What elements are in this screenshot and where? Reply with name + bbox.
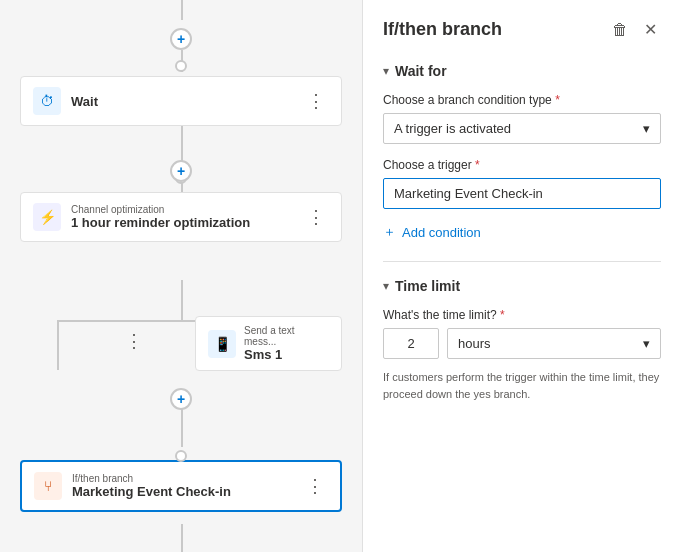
add-step-button-3[interactable]: + [170, 388, 192, 410]
trigger-input[interactable] [383, 178, 661, 209]
panel-title: If/then branch [383, 19, 502, 40]
connector-line [181, 280, 183, 320]
branch-condition-value: A trigger is activated [394, 121, 511, 136]
sms-icon: 📱 [208, 330, 236, 358]
wait-for-chevron: ▾ [383, 64, 389, 78]
time-limit-question-label: What's the time limit? * [383, 308, 661, 322]
time-limit-required-marker: * [500, 308, 505, 322]
wait-card[interactable]: ⏱ Wait ⋮ [20, 76, 342, 126]
time-limit-help-text: If customers perform the trigger within … [383, 369, 661, 402]
workflow-canvas: + + + ⏱ Wait ⋮ ⚡ Channel optimization 1 … [0, 0, 362, 552]
branch-card-content: If/then branch Marketing Event Check-in [72, 473, 292, 499]
delete-button[interactable]: 🗑 [608, 17, 632, 43]
channel-card-title: 1 hour reminder optimization [71, 215, 293, 230]
channel-card-more-button[interactable]: ⋮ [303, 206, 329, 228]
wait-card-title: Wait [71, 94, 293, 109]
branch-condition-label: Choose a branch condition type * [383, 93, 661, 107]
time-number-input[interactable] [383, 328, 439, 359]
add-step-button-1[interactable]: + [170, 28, 192, 50]
panel-header: If/then branch 🗑 ✕ [383, 16, 661, 43]
trigger-label: Choose a trigger * [383, 158, 661, 172]
channel-card-label: Channel optimization [71, 204, 293, 215]
add-condition-plus-icon: ＋ [383, 223, 396, 241]
trigger-required-marker: * [475, 158, 480, 172]
branch-condition-chevron: ▾ [643, 121, 650, 136]
add-condition-label: Add condition [402, 225, 481, 240]
branch-condition-select[interactable]: A trigger is activated ▾ [383, 113, 661, 144]
sms-card-title: Sms 1 [244, 347, 329, 362]
sms-card-content: Send a text mess... Sms 1 [244, 325, 329, 362]
time-input-row: hours ▾ [383, 328, 661, 359]
connector-line [181, 407, 183, 447]
branch-card-more-button[interactable]: ⋮ [302, 475, 328, 497]
branch-card[interactable]: ⑂ If/then branch Marketing Event Check-i… [20, 460, 342, 512]
section-divider [383, 261, 661, 262]
time-limit-chevron: ▾ [383, 279, 389, 293]
branch-line-left [57, 320, 182, 322]
connector-line [181, 125, 183, 165]
channel-icon: ⚡ [33, 203, 61, 231]
required-marker: * [555, 93, 560, 107]
channel-card-content: Channel optimization 1 hour reminder opt… [71, 204, 293, 230]
add-step-button-2[interactable]: + [170, 160, 192, 182]
sms-card-label: Send a text mess... [244, 325, 329, 347]
time-limit-title: Time limit [395, 278, 460, 294]
close-icon: ✕ [644, 20, 657, 39]
connector-dot [175, 450, 187, 462]
branch-vertical-left [57, 320, 59, 370]
wait-card-content: Wait [71, 94, 293, 109]
branch-more-button[interactable]: ⋮ [125, 330, 143, 352]
time-unit-select[interactable]: hours ▾ [447, 328, 661, 359]
time-unit-value: hours [458, 336, 491, 351]
branch-card-title: Marketing Event Check-in [72, 484, 292, 499]
close-button[interactable]: ✕ [640, 16, 661, 43]
wait-for-section-header[interactable]: ▾ Wait for [383, 63, 661, 79]
branch-icon: ⑂ [34, 472, 62, 500]
branch-card-label: If/then branch [72, 473, 292, 484]
wait-icon: ⏱ [33, 87, 61, 115]
wait-card-more-button[interactable]: ⋮ [303, 90, 329, 112]
connector-line [181, 524, 183, 552]
add-condition-button[interactable]: ＋ Add condition [383, 223, 661, 241]
trash-icon: 🗑 [612, 21, 628, 39]
time-unit-chevron: ▾ [643, 336, 650, 351]
properties-panel: If/then branch 🗑 ✕ ▾ Wait for Choose a b… [362, 0, 681, 552]
channel-optimization-card[interactable]: ⚡ Channel optimization 1 hour reminder o… [20, 192, 342, 242]
connector-line [181, 0, 183, 20]
time-limit-section-header[interactable]: ▾ Time limit [383, 278, 661, 294]
panel-actions: 🗑 ✕ [608, 16, 661, 43]
connector-dot [175, 60, 187, 72]
wait-for-title: Wait for [395, 63, 447, 79]
sms-card[interactable]: 📱 Send a text mess... Sms 1 [195, 316, 342, 371]
